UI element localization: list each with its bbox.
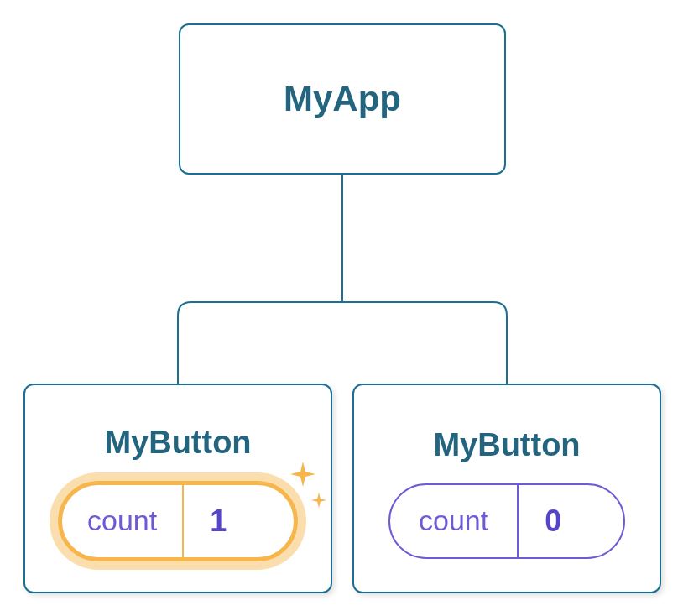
state-pill: count 0 (388, 483, 625, 559)
root-node: MyApp (179, 23, 506, 175)
state-pill-label: count (62, 485, 182, 557)
child-node-left-label: MyButton (104, 425, 251, 461)
child-node-right: MyButton count 0 (352, 384, 661, 593)
state-pill-highlighted-wrapper: count 1 (58, 481, 298, 561)
state-pill-highlighted: count 1 (58, 481, 298, 561)
component-tree-diagram: MyApp MyButton count 1 MyButton count 0 (0, 0, 683, 616)
state-pill-value: 0 (517, 485, 587, 557)
sparkle-icon (288, 459, 318, 489)
state-pill-value: 1 (182, 485, 253, 557)
root-node-label: MyApp (284, 79, 401, 119)
state-pill-label: count (390, 485, 517, 557)
sparkle-icon (310, 491, 328, 509)
child-node-left: MyButton count 1 (23, 384, 332, 593)
child-node-right-label: MyButton (433, 427, 580, 463)
